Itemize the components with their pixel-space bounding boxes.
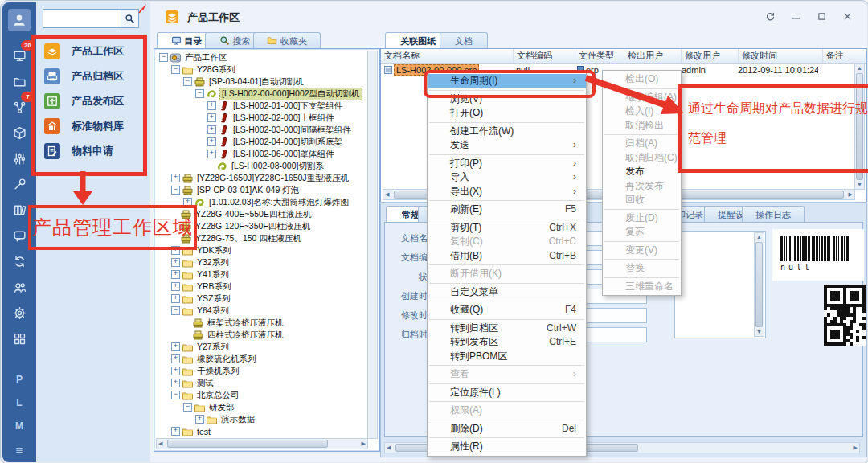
sidebar-item-layers[interactable]: 产品工作区 — [44, 41, 144, 62]
context-menu-item[interactable]: 打印(P)› — [428, 157, 586, 171]
grid-icon[interactable] — [2, 327, 36, 350]
books-icon[interactable] — [2, 199, 36, 221]
tree-node[interactable]: +Y32系列 — [156, 256, 368, 268]
chat-icon[interactable] — [2, 224, 36, 247]
tree-toggle-plus[interactable]: + — [171, 282, 180, 291]
sliders-icon[interactable] — [2, 147, 36, 170]
tree-toggle-plus[interactable]: + — [195, 415, 204, 424]
tree-toggle-minus[interactable]: − — [183, 403, 192, 412]
tab-doc-2[interactable]: 文档 — [440, 32, 488, 49]
tree-node[interactable]: −产品工作区 — [156, 51, 368, 64]
search-input[interactable] — [43, 10, 121, 27]
context-menu-item[interactable]: 浏览(V) — [428, 92, 586, 107]
tree-toggle-plus[interactable]: + — [171, 294, 180, 303]
sidebar-item-storehouse[interactable]: 标准物料库 — [44, 116, 144, 137]
table-vscrollbar[interactable]: ▲▼ — [854, 64, 865, 190]
context-menu-item[interactable]: 发送› — [428, 138, 586, 153]
users-icon[interactable] — [2, 276, 36, 298]
submenu-item[interactable]: 发布 — [603, 165, 681, 179]
gear-icon[interactable] — [2, 301, 36, 324]
context-menu-item[interactable]: 创建工作流(W) — [428, 125, 586, 139]
context-menu-item[interactable]: 导出(X)› — [428, 185, 586, 199]
tree-node[interactable]: −Y64系列 — [156, 305, 368, 317]
tree-node[interactable]: +橡胶硫化机系列 — [156, 353, 368, 365]
tree-toggle-plus[interactable]: + — [171, 174, 180, 182]
context-menu-item[interactable]: 生命周期(I)› — [428, 74, 586, 88]
tree-toggle-plus[interactable]: + — [171, 367, 180, 375]
tree-node[interactable]: +YRB系列 — [156, 281, 368, 293]
user-avatar-icon[interactable] — [8, 9, 31, 31]
tree-vscrollbar[interactable] — [367, 51, 378, 439]
context-menu-item[interactable]: 转到PBOM区 — [428, 350, 586, 364]
tree-toggle-plus[interactable]: + — [171, 354, 180, 363]
sidebar-letter-p[interactable]: P — [2, 368, 36, 391]
tree-node[interactable]: +[LS-H002-01-000]下支架组件 — [156, 100, 368, 112]
context-menu-item[interactable]: 打开(O) — [428, 106, 586, 121]
sync-icon[interactable] — [2, 250, 36, 272]
tree-node[interactable]: +[YZ28G-1650J]YZ28G-1650J重型液压机 — [156, 172, 368, 184]
cube-icon[interactable] — [2, 121, 36, 144]
network-icon[interactable]: 7 — [2, 96, 36, 118]
tree-toggle-minus[interactable]: − — [171, 186, 180, 195]
sidebar-letter-l[interactable]: L — [2, 391, 36, 414]
tree-toggle-plus[interactable]: + — [171, 258, 180, 267]
context-menu-item[interactable]: 定位原件(L) — [428, 386, 586, 400]
context-menu-item[interactable]: 属性(R) — [428, 440, 586, 454]
context-menu-item[interactable]: 刷新(E)F5 — [428, 203, 586, 217]
sidebar-item-archive[interactable]: 产品归档区 — [44, 66, 144, 87]
close-button[interactable] — [837, 9, 858, 23]
tree-node[interactable]: +YDK系列 — [156, 244, 368, 256]
column-header[interactable]: 文件类型 — [575, 49, 624, 63]
tree-toggle-plus[interactable]: + — [171, 270, 180, 279]
tree-toggle-plus[interactable]: + — [207, 101, 216, 110]
tree-toggle-plus[interactable]: + — [171, 379, 180, 387]
tree-node[interactable]: YZ28G-120F~350F四柱液压机 — [156, 220, 368, 232]
tree-node[interactable]: +[LS-H002-02-000]上框组件 — [156, 112, 368, 124]
tree-node[interactable]: +Y41系列 — [156, 268, 368, 281]
tree-node[interactable]: −[LS-H002-00-000]H002型自动切割机 — [156, 88, 368, 100]
tree-node[interactable]: +[LS-H002-06-000]罩体组件 — [156, 148, 368, 160]
tree-node[interactable]: YZ28G-75、150 四柱液压机 — [156, 232, 368, 244]
tree-node[interactable]: +[LS-H002-04-000]切割系底架 — [156, 136, 368, 148]
tree-toggle-plus[interactable]: + — [183, 198, 192, 207]
tab-detail-5[interactable]: 操作日志 — [742, 206, 805, 223]
tree-node[interactable]: 四柱式冷挤压液压机 — [156, 329, 368, 341]
tree-toggle-minus[interactable]: − — [183, 77, 192, 86]
refresh-button[interactable] — [760, 9, 780, 23]
monitor-icon[interactable]: 20 — [2, 44, 36, 67]
sidebar-item-apply[interactable]: 物料申请 — [44, 141, 144, 162]
column-header[interactable]: 检出用户 — [624, 49, 682, 63]
sidebar-letter-m[interactable]: M — [2, 415, 36, 437]
context-menu-item[interactable]: 转到发布区Ctrl+E — [428, 335, 586, 350]
tab-tree-3[interactable]: 收藏夹 — [253, 32, 321, 49]
column-header[interactable]: 文档名称 — [381, 49, 514, 63]
context-menu-item[interactable]: 删除(D)Del — [428, 422, 586, 436]
tree-node[interactable]: +[1.01.02.03]名称:大甜筒球泡灯爆炸图 — [156, 196, 368, 208]
tree-node[interactable]: +干燥机系列 — [156, 365, 368, 377]
tree-toggle-minus[interactable]: − — [171, 306, 180, 315]
tree-toggle-plus[interactable]: + — [171, 246, 180, 255]
tree-node[interactable]: −Y28G系列 — [156, 64, 368, 76]
column-header[interactable]: 修改用户 — [682, 49, 739, 63]
maximize-button[interactable] — [811, 9, 832, 23]
tree-node[interactable]: +YSZ系列 — [156, 293, 368, 305]
context-menu-item[interactable]: 借用(B)Ctrl+B — [428, 249, 586, 264]
context-menu-item[interactable]: 剪切(T)Ctrl+X — [428, 221, 586, 236]
minimize-button[interactable] — [785, 9, 806, 23]
tree-node[interactable]: +Y27系列 — [156, 341, 368, 353]
tree-node[interactable]: +test — [156, 425, 368, 437]
context-menu-item[interactable]: 转到归档区Ctrl+W — [428, 322, 586, 336]
column-header[interactable]: 文档编码 — [514, 49, 575, 63]
folder-icon[interactable] — [2, 70, 36, 92]
tree-node[interactable]: +[LS-H002-03-000]间隔框架组件 — [156, 124, 368, 136]
remark-textarea[interactable]: ▲▼ — [674, 231, 766, 338]
textarea-vscrollbar[interactable]: ▲▼ — [754, 232, 764, 337]
tree-toggle-plus[interactable]: + — [207, 125, 216, 134]
hamburger-menu-icon[interactable]: ≡ — [2, 438, 36, 461]
tree-toggle-minus[interactable]: − — [195, 89, 204, 98]
tree-toggle-minus[interactable]: − — [171, 391, 180, 399]
tree-node[interactable]: +演示数据 — [156, 413, 368, 425]
column-header[interactable]: 修改时间 — [739, 49, 823, 63]
tree-node[interactable]: −北京总公司 — [156, 389, 368, 401]
context-menu-item[interactable]: 收藏(Q)F4 — [428, 303, 586, 318]
